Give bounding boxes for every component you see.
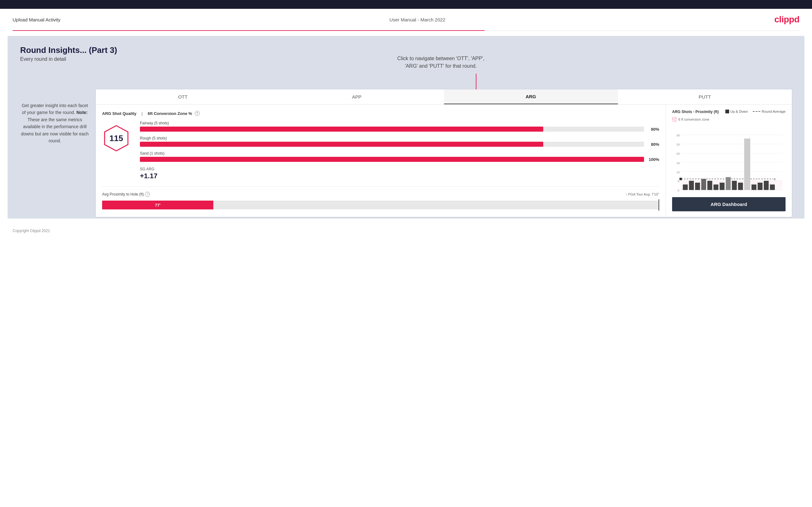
svg-rect-29 [720, 183, 725, 190]
legend-updown: Up & Down [725, 110, 748, 113]
bar-fill-rough [140, 142, 543, 147]
svg-rect-27 [707, 181, 712, 190]
proximity-section: Avg Proximity to Hole (ft) ? ↑ PGA Tour … [102, 186, 659, 211]
proximity-bar-bg: 77' [102, 201, 659, 210]
bar-pct-fairway: 80% [647, 127, 659, 132]
svg-text:30: 30 [676, 133, 680, 137]
bar-label-sand: Sand (1 shots) [140, 151, 659, 156]
bar-track-rough: 80% [140, 142, 659, 147]
svg-text:20: 20 [676, 152, 680, 155]
left-panel: ARG Shot Quality | 6ft Conversion Zone %… [96, 105, 666, 217]
card-body: ARG Shot Quality | 6ft Conversion Zone %… [96, 105, 792, 217]
bar-row-sand: Sand (1 shots) 100% [140, 151, 659, 162]
svg-rect-36 [764, 181, 769, 190]
svg-text:8: 8 [774, 177, 775, 181]
copyright: Copyright Clippd 2021 [13, 229, 50, 233]
bar-fill-fairway [140, 127, 543, 132]
tab-bar: OTT APP ARG PUTT [96, 90, 792, 105]
help-icon[interactable]: ? [195, 111, 200, 116]
proximity-chart: 0 5 10 15 20 25 30 [672, 125, 785, 194]
svg-rect-22 [679, 178, 682, 180]
chart-title: ARG Shots - Proximity (ft) [672, 110, 719, 114]
svg-text:5: 5 [678, 179, 679, 183]
left-description: Get greater insight into each facet of y… [20, 102, 90, 144]
section-title: Round Insights... (Part 3) [20, 45, 792, 55]
svg-text:25: 25 [676, 143, 680, 146]
arg-dashboard-button[interactable]: ARG Dashboard [672, 197, 785, 211]
legend-hatched-icon [672, 117, 676, 122]
legend-dashed-icon [753, 111, 760, 112]
svg-rect-24 [689, 181, 694, 190]
sg-section: SG ARG +1.17 [140, 167, 659, 180]
footer: Copyright Clippd 2021 [0, 224, 812, 238]
proximity-bar-fill: 77' [102, 201, 213, 210]
tab-arg[interactable]: ARG [444, 90, 618, 104]
hexagon-container: 115 Fairway (5 shots) 80% [102, 121, 659, 180]
conversion-zone-label: 6ft Conversion Zone % [148, 111, 192, 116]
bar-pct-rough: 80% [647, 142, 659, 147]
header: Upload Manual Activity User Manual - Mar… [0, 9, 812, 30]
proximity-label: Avg Proximity to Hole (ft) ? [102, 192, 150, 197]
right-panel: ARG Shots - Proximity (ft) Up & Down Rou… [666, 105, 792, 217]
right-panel-header: ARG Shots - Proximity (ft) Up & Down Rou… [672, 110, 785, 114]
chart-area: 0 5 10 15 20 25 30 [672, 125, 785, 194]
bar-pct-sand: 100% [647, 157, 659, 162]
tab-app[interactable]: APP [270, 90, 444, 104]
chart-legend: Up & Down Round Average [725, 110, 785, 113]
svg-rect-23 [683, 184, 688, 190]
hex-value: 115 [109, 133, 123, 143]
tab-putt[interactable]: PUTT [618, 90, 792, 104]
sg-label: SG ARG [140, 167, 659, 171]
sg-value: +1.17 [140, 172, 659, 180]
main-content: Round Insights... (Part 3) Every round i… [8, 36, 804, 219]
svg-rect-35 [758, 183, 763, 190]
bar-fill-sand [140, 157, 644, 162]
clippd-logo: clippd [774, 14, 799, 24]
bar-track-fairway: 80% [140, 127, 659, 132]
header-title: User Manual - March 2022 [390, 17, 446, 22]
bar-label-rough: Rough (5 shots) [140, 136, 659, 140]
cursor-line [659, 199, 659, 211]
svg-rect-28 [713, 184, 718, 190]
bar-row-fairway: Fairway (5 shots) 80% [140, 121, 659, 132]
svg-rect-32 [738, 183, 743, 190]
svg-text:10: 10 [676, 170, 680, 174]
annotation-text: Click to navigate between 'OTT', 'APP', … [397, 55, 484, 70]
svg-rect-31 [732, 181, 737, 190]
bar-track-sand: 100% [140, 157, 659, 162]
proximity-bar-track: 77' [102, 199, 659, 211]
left-panel-header: ARG Shot Quality | 6ft Conversion Zone %… [102, 111, 659, 116]
svg-rect-25 [695, 183, 700, 190]
top-bar [0, 0, 812, 9]
bar-bg-rough [140, 142, 644, 147]
svg-rect-37 [770, 184, 775, 190]
shot-quality-label: ARG Shot Quality [102, 111, 137, 116]
svg-rect-26 [701, 179, 706, 190]
bar-label-fairway: Fairway (5 shots) [140, 121, 659, 125]
bar-row-rough: Rough (5 shots) 80% [140, 136, 659, 147]
bar-bg-fairway [140, 127, 644, 132]
bar-bg-sand [140, 157, 644, 162]
svg-rect-33 [744, 138, 750, 190]
svg-text:15: 15 [676, 161, 680, 165]
logo-container: clippd [774, 14, 799, 24]
svg-rect-34 [752, 184, 757, 190]
proximity-help-icon[interactable]: ? [145, 192, 150, 197]
tab-ott[interactable]: OTT [96, 90, 270, 104]
pga-avg-label: ↑ PGA Tour Avg: 7'10" [625, 192, 659, 196]
bars-section: Fairway (5 shots) 80% Rough (5 shots) [140, 121, 659, 180]
proximity-header: Avg Proximity to Hole (ft) ? ↑ PGA Tour … [102, 192, 659, 197]
svg-text:0: 0 [678, 189, 680, 192]
svg-rect-30 [726, 177, 731, 190]
legend-round-avg: Round Average [753, 110, 785, 113]
upload-manual-activity: Upload Manual Activity [13, 17, 60, 22]
legend-square-icon [725, 110, 729, 113]
insights-card: OTT APP ARG PUTT ARG Shot Quality | 6ft … [96, 90, 792, 217]
header-divider [13, 30, 799, 31]
hexagon-score: 115 [102, 124, 131, 153]
legend-conversion: 6 ft conversion zone [672, 117, 785, 122]
